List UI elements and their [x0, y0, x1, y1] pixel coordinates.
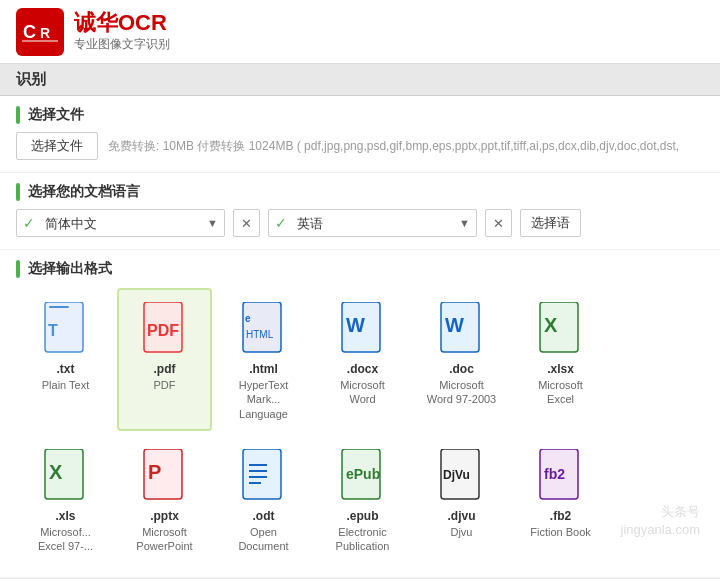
app-header: C R 诚华OCR 专业图像文字识别 [0, 0, 720, 64]
lang1-check: ✓ [17, 215, 41, 231]
format-item-doc[interactable]: W.docMicrosoft Word 97-2003 [414, 288, 509, 431]
svg-text:C: C [23, 22, 36, 42]
format-name-epub: Electronic Publication [336, 525, 390, 554]
doc-icon: W [436, 300, 488, 358]
format-ext-xlsx: .xlsx [547, 362, 574, 376]
format-item-pptx[interactable]: P.pptxMicrosoft PowerPoint [117, 435, 212, 564]
logo-text: 诚华OCR 专业图像文字识别 [74, 10, 170, 53]
format-ext-txt: .txt [57, 362, 75, 376]
svg-text:R: R [40, 25, 50, 41]
svg-rect-22 [243, 449, 281, 499]
format-item-xlsx[interactable]: X.xlsxMicrosoft Excel [513, 288, 608, 431]
pdf-icon: PDF [139, 300, 191, 358]
lang1-select[interactable]: 简体中文 繁体中文 英语 日语 韩语 [41, 210, 201, 236]
svg-text:X: X [49, 461, 63, 483]
format-item-xls[interactable]: X.xlsMicrosof... Excel 97-... [18, 435, 113, 564]
format-item-html[interactable]: eHTML.htmlHyperText Mark... Language [216, 288, 311, 431]
svg-text:PDF: PDF [147, 322, 179, 339]
format-item-fb2[interactable]: fb2.fb2Fiction Book [513, 435, 608, 564]
lang2-dropdown-arrow: ▼ [453, 217, 476, 229]
section-bar: 识别 [0, 64, 720, 96]
pptx-icon: P [139, 447, 191, 505]
main-content: 选择文件 选择文件 免费转换: 10MB 付费转换 1024MB ( pdf,j… [0, 96, 720, 578]
djvu-icon: DjVu [436, 447, 488, 505]
svg-text:fb2: fb2 [544, 466, 565, 482]
lang2-wrapper: ✓ 英语 简体中文 繁体中文 日语 韩语 ▼ [268, 209, 477, 237]
select-file-button[interactable]: 选择文件 [16, 132, 98, 160]
svg-text:e: e [245, 313, 251, 324]
lang1-remove-button[interactable]: ✕ [233, 209, 260, 237]
format-ext-pptx: .pptx [150, 509, 179, 523]
epub-icon: ePub [337, 447, 389, 505]
file-section: 选择文件 选择文件 免费转换: 10MB 付费转换 1024MB ( pdf,j… [0, 96, 720, 173]
format-name-odt: Open Document [238, 525, 288, 554]
green-bar-format [16, 260, 20, 278]
format-grid: T.txtPlain TextPDF.pdfPDFeHTML.htmlHyper… [16, 286, 704, 565]
format-ext-fb2: .fb2 [550, 509, 571, 523]
format-ext-djvu: .djvu [447, 509, 475, 523]
format-ext-docx: .docx [347, 362, 378, 376]
lang1-wrapper: ✓ 简体中文 繁体中文 英语 日语 韩语 ▼ [16, 209, 225, 237]
file-section-header: 选择文件 [16, 106, 704, 124]
format-name-pptx: Microsoft PowerPoint [136, 525, 192, 554]
format-ext-epub: .epub [347, 509, 379, 523]
svg-text:ePub: ePub [346, 466, 380, 482]
lang-section-title: 选择您的文档语言 [28, 183, 140, 201]
green-bar-lang [16, 183, 20, 201]
format-name-html: HyperText Mark... Language [224, 378, 303, 421]
svg-text:W: W [346, 314, 365, 336]
format-ext-html: .html [249, 362, 278, 376]
format-ext-doc: .doc [449, 362, 474, 376]
lang-section-header: 选择您的文档语言 [16, 183, 704, 201]
format-item-docx[interactable]: W.docxMicrosoft Word [315, 288, 410, 431]
svg-rect-3 [22, 40, 58, 42]
format-item-djvu[interactable]: DjVu.djvuDjvu [414, 435, 509, 564]
format-section-title: 选择输出格式 [28, 260, 112, 278]
add-lang-button[interactable]: 选择语 [520, 209, 581, 237]
format-ext-pdf: .pdf [154, 362, 176, 376]
xls-icon: X [40, 447, 92, 505]
format-item-pdf[interactable]: PDF.pdfPDF [117, 288, 212, 431]
fb2-icon: fb2 [535, 447, 587, 505]
svg-text:HTML: HTML [246, 329, 274, 340]
lang-section: 选择您的文档语言 ✓ 简体中文 繁体中文 英语 日语 韩语 ▼ ✕ ✓ 英 [0, 173, 720, 250]
section-title: 识别 [16, 70, 46, 87]
format-name-docx: Microsoft Word [340, 378, 385, 407]
lang1-dropdown-arrow: ▼ [201, 217, 224, 229]
format-name-doc: Microsoft Word 97-2003 [427, 378, 497, 407]
svg-rect-9 [243, 302, 281, 352]
txt-icon: T [40, 300, 92, 358]
format-section: 选择输出格式 T.txtPlain TextPDF.pdfPDFeHTML.ht… [0, 250, 720, 578]
lang2-select[interactable]: 英语 简体中文 繁体中文 日语 韩语 [293, 210, 453, 236]
format-item-txt[interactable]: T.txtPlain Text [18, 288, 113, 431]
format-ext-odt: .odt [253, 509, 275, 523]
lang-row: ✓ 简体中文 繁体中文 英语 日语 韩语 ▼ ✕ ✓ 英语 简体中文 繁体中文 [16, 209, 704, 237]
green-bar-file [16, 106, 20, 124]
xlsx-icon: X [535, 300, 587, 358]
format-name-xls: Microsof... Excel 97-... [38, 525, 93, 554]
format-name-pdf: PDF [154, 378, 176, 392]
file-section-title: 选择文件 [28, 106, 84, 124]
format-name-djvu: Djvu [450, 525, 472, 539]
format-item-odt[interactable]: .odtOpen Document [216, 435, 311, 564]
app-logo-icon: C R [16, 8, 64, 56]
svg-text:P: P [148, 461, 161, 483]
lang2-remove-button[interactable]: ✕ [485, 209, 512, 237]
format-item-epub[interactable]: ePub.epubElectronic Publication [315, 435, 410, 564]
format-ext-xls: .xls [55, 509, 75, 523]
format-name-xlsx: Microsoft Excel [538, 378, 583, 407]
html-icon: eHTML [238, 300, 290, 358]
format-name-txt: Plain Text [42, 378, 90, 392]
format-name-fb2: Fiction Book [530, 525, 591, 539]
lang2-check: ✓ [269, 215, 293, 231]
svg-text:T: T [48, 322, 58, 339]
app-subtitle: 专业图像文字识别 [74, 36, 170, 53]
file-row: 选择文件 免费转换: 10MB 付费转换 1024MB ( pdf,jpg,pn… [16, 132, 704, 160]
format-section-header: 选择输出格式 [16, 260, 704, 278]
odt-icon [238, 447, 290, 505]
svg-text:W: W [445, 314, 464, 336]
docx-icon: W [337, 300, 389, 358]
file-hint: 免费转换: 10MB 付费转换 1024MB ( pdf,jpg,png,psd… [108, 138, 679, 155]
svg-text:X: X [544, 314, 558, 336]
svg-text:DjVu: DjVu [443, 468, 470, 482]
